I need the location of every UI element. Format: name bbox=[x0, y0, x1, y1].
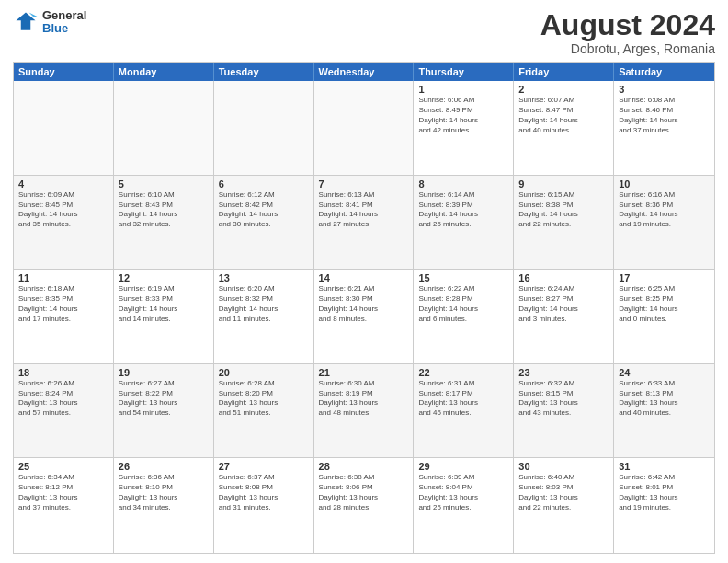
logo: General Blue bbox=[13, 9, 86, 36]
day-cell-31: 31Sunrise: 6:42 AM Sunset: 8:01 PM Dayli… bbox=[614, 458, 714, 553]
day-number-7: 7 bbox=[319, 178, 409, 190]
title-block: August 2024 Dobrotu, Arges, Romania bbox=[540, 9, 715, 56]
day-cell-25: 25Sunrise: 6:34 AM Sunset: 8:12 PM Dayli… bbox=[14, 458, 114, 553]
day-number-3: 3 bbox=[619, 84, 710, 95]
empty-cell bbox=[114, 81, 214, 175]
day-cell-10: 10Sunrise: 6:16 AM Sunset: 8:36 PM Dayli… bbox=[614, 176, 714, 270]
day-cell-6: 6Sunrise: 6:12 AM Sunset: 8:42 PM Daylig… bbox=[214, 176, 314, 270]
day-cell-27: 27Sunrise: 6:37 AM Sunset: 8:08 PM Dayli… bbox=[214, 458, 314, 553]
day-number-8: 8 bbox=[418, 178, 508, 190]
day-cell-22: 22Sunrise: 6:31 AM Sunset: 8:17 PM Dayli… bbox=[414, 364, 514, 458]
day-info-18: Sunrise: 6:26 AM Sunset: 8:24 PM Dayligh… bbox=[18, 379, 108, 419]
day-info-28: Sunrise: 6:38 AM Sunset: 8:06 PM Dayligh… bbox=[319, 473, 409, 512]
day-cell-26: 26Sunrise: 6:36 AM Sunset: 8:10 PM Dayli… bbox=[114, 458, 214, 553]
day-info-8: Sunrise: 6:14 AM Sunset: 8:39 PM Dayligh… bbox=[418, 190, 508, 230]
day-number-4: 4 bbox=[18, 178, 108, 190]
day-info-5: Sunrise: 6:10 AM Sunset: 8:43 PM Dayligh… bbox=[119, 190, 209, 230]
header-day-sunday: Sunday bbox=[14, 63, 114, 81]
day-number-31: 31 bbox=[619, 461, 710, 472]
day-number-20: 20 bbox=[219, 367, 309, 378]
day-info-10: Sunrise: 6:16 AM Sunset: 8:36 PM Dayligh… bbox=[619, 190, 710, 230]
day-info-15: Sunrise: 6:22 AM Sunset: 8:28 PM Dayligh… bbox=[418, 284, 508, 324]
day-number-9: 9 bbox=[518, 178, 609, 190]
logo-general: General bbox=[42, 9, 86, 22]
day-info-21: Sunrise: 6:30 AM Sunset: 8:19 PM Dayligh… bbox=[319, 379, 409, 419]
day-info-16: Sunrise: 6:24 AM Sunset: 8:27 PM Dayligh… bbox=[518, 284, 609, 324]
day-number-30: 30 bbox=[518, 461, 609, 472]
day-info-3: Sunrise: 6:08 AM Sunset: 8:46 PM Dayligh… bbox=[619, 96, 710, 135]
day-number-17: 17 bbox=[619, 272, 710, 283]
day-info-11: Sunrise: 6:18 AM Sunset: 8:35 PM Dayligh… bbox=[18, 284, 108, 324]
day-info-19: Sunrise: 6:27 AM Sunset: 8:22 PM Dayligh… bbox=[119, 379, 209, 419]
calendar-title: August 2024 bbox=[540, 9, 715, 41]
day-info-14: Sunrise: 6:21 AM Sunset: 8:30 PM Dayligh… bbox=[319, 284, 409, 324]
header-day-monday: Monday bbox=[114, 63, 214, 81]
day-info-2: Sunrise: 6:07 AM Sunset: 8:47 PM Dayligh… bbox=[518, 96, 609, 135]
day-number-10: 10 bbox=[619, 178, 710, 190]
header-day-tuesday: Tuesday bbox=[214, 63, 314, 81]
day-cell-28: 28Sunrise: 6:38 AM Sunset: 8:06 PM Dayli… bbox=[314, 458, 415, 553]
day-cell-7: 7Sunrise: 6:13 AM Sunset: 8:41 PM Daylig… bbox=[314, 176, 415, 270]
week-5: 25Sunrise: 6:34 AM Sunset: 8:12 PM Dayli… bbox=[14, 458, 714, 553]
calendar-header: SundayMondayTuesdayWednesdayThursdayFrid… bbox=[14, 63, 714, 81]
calendar-body: 1Sunrise: 6:06 AM Sunset: 8:49 PM Daylig… bbox=[14, 81, 714, 553]
day-number-26: 26 bbox=[119, 461, 209, 472]
day-cell-23: 23Sunrise: 6:32 AM Sunset: 8:15 PM Dayli… bbox=[514, 364, 614, 458]
day-number-27: 27 bbox=[219, 461, 309, 472]
day-cell-8: 8Sunrise: 6:14 AM Sunset: 8:39 PM Daylig… bbox=[414, 176, 514, 270]
day-cell-1: 1Sunrise: 6:06 AM Sunset: 8:49 PM Daylig… bbox=[414, 81, 514, 175]
day-cell-11: 11Sunrise: 6:18 AM Sunset: 8:35 PM Dayli… bbox=[14, 270, 114, 363]
day-number-2: 2 bbox=[518, 84, 609, 95]
day-number-13: 13 bbox=[219, 272, 309, 283]
day-info-22: Sunrise: 6:31 AM Sunset: 8:17 PM Dayligh… bbox=[418, 379, 508, 419]
header-day-wednesday: Wednesday bbox=[314, 63, 415, 81]
day-info-6: Sunrise: 6:12 AM Sunset: 8:42 PM Dayligh… bbox=[219, 190, 309, 230]
empty-cell bbox=[214, 81, 314, 175]
day-cell-2: 2Sunrise: 6:07 AM Sunset: 8:47 PM Daylig… bbox=[514, 81, 614, 175]
day-info-20: Sunrise: 6:28 AM Sunset: 8:20 PM Dayligh… bbox=[219, 379, 309, 419]
day-number-14: 14 bbox=[319, 272, 409, 283]
day-number-29: 29 bbox=[418, 461, 508, 472]
day-info-7: Sunrise: 6:13 AM Sunset: 8:41 PM Dayligh… bbox=[319, 190, 409, 230]
day-number-1: 1 bbox=[418, 84, 508, 95]
day-number-23: 23 bbox=[518, 367, 609, 378]
day-info-17: Sunrise: 6:25 AM Sunset: 8:25 PM Dayligh… bbox=[619, 284, 710, 324]
empty-cell bbox=[14, 81, 114, 175]
day-info-13: Sunrise: 6:20 AM Sunset: 8:32 PM Dayligh… bbox=[219, 284, 309, 324]
week-2: 4Sunrise: 6:09 AM Sunset: 8:45 PM Daylig… bbox=[14, 176, 714, 270]
day-cell-19: 19Sunrise: 6:27 AM Sunset: 8:22 PM Dayli… bbox=[114, 364, 214, 458]
day-number-22: 22 bbox=[418, 367, 508, 378]
day-number-21: 21 bbox=[319, 367, 409, 378]
day-number-24: 24 bbox=[619, 367, 710, 378]
day-cell-5: 5Sunrise: 6:10 AM Sunset: 8:43 PM Daylig… bbox=[114, 176, 214, 270]
day-info-31: Sunrise: 6:42 AM Sunset: 8:01 PM Dayligh… bbox=[619, 473, 710, 512]
day-info-25: Sunrise: 6:34 AM Sunset: 8:12 PM Dayligh… bbox=[18, 473, 108, 512]
day-number-18: 18 bbox=[18, 367, 108, 378]
day-cell-30: 30Sunrise: 6:40 AM Sunset: 8:03 PM Dayli… bbox=[514, 458, 614, 553]
day-cell-17: 17Sunrise: 6:25 AM Sunset: 8:25 PM Dayli… bbox=[614, 270, 714, 363]
day-cell-29: 29Sunrise: 6:39 AM Sunset: 8:04 PM Dayli… bbox=[414, 458, 514, 553]
day-info-26: Sunrise: 6:36 AM Sunset: 8:10 PM Dayligh… bbox=[119, 473, 209, 512]
day-info-23: Sunrise: 6:32 AM Sunset: 8:15 PM Dayligh… bbox=[518, 379, 609, 419]
day-number-15: 15 bbox=[418, 272, 508, 283]
calendar: SundayMondayTuesdayWednesdayThursdayFrid… bbox=[13, 62, 715, 554]
header: General Blue August 2024 Dobrotu, Arges,… bbox=[13, 9, 715, 56]
day-cell-16: 16Sunrise: 6:24 AM Sunset: 8:27 PM Dayli… bbox=[514, 270, 614, 363]
logo-icon bbox=[13, 9, 39, 35]
day-cell-12: 12Sunrise: 6:19 AM Sunset: 8:33 PM Dayli… bbox=[114, 270, 214, 363]
day-cell-9: 9Sunrise: 6:15 AM Sunset: 8:38 PM Daylig… bbox=[514, 176, 614, 270]
day-info-12: Sunrise: 6:19 AM Sunset: 8:33 PM Dayligh… bbox=[119, 284, 209, 324]
day-cell-3: 3Sunrise: 6:08 AM Sunset: 8:46 PM Daylig… bbox=[614, 81, 714, 175]
day-info-24: Sunrise: 6:33 AM Sunset: 8:13 PM Dayligh… bbox=[619, 379, 710, 419]
day-number-16: 16 bbox=[518, 272, 609, 283]
day-number-6: 6 bbox=[219, 178, 309, 190]
day-cell-14: 14Sunrise: 6:21 AM Sunset: 8:30 PM Dayli… bbox=[314, 270, 415, 363]
week-3: 11Sunrise: 6:18 AM Sunset: 8:35 PM Dayli… bbox=[14, 270, 714, 364]
day-cell-24: 24Sunrise: 6:33 AM Sunset: 8:13 PM Dayli… bbox=[614, 364, 714, 458]
empty-cell bbox=[314, 81, 415, 175]
page: General Blue August 2024 Dobrotu, Arges,… bbox=[0, 0, 728, 563]
day-cell-20: 20Sunrise: 6:28 AM Sunset: 8:20 PM Dayli… bbox=[214, 364, 314, 458]
day-info-29: Sunrise: 6:39 AM Sunset: 8:04 PM Dayligh… bbox=[418, 473, 508, 512]
week-4: 18Sunrise: 6:26 AM Sunset: 8:24 PM Dayli… bbox=[14, 364, 714, 459]
logo-blue: Blue bbox=[42, 22, 86, 35]
